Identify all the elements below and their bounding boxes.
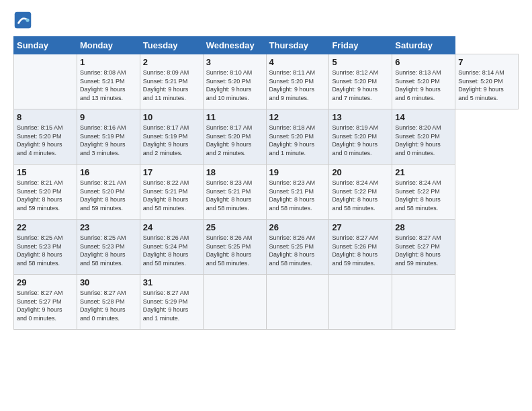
calendar-cell: 11Sunrise: 8:17 AM Sunset: 5:20 PM Dayli… [203, 109, 266, 165]
day-info: Sunrise: 8:17 AM Sunset: 5:19 PM Dayligh… [143, 124, 200, 157]
day-info: Sunrise: 8:14 AM Sunset: 5:20 PM Dayligh… [458, 68, 515, 102]
header-tuesday: Tuesday [140, 37, 203, 54]
calendar-cell: 25Sunrise: 8:26 AM Sunset: 5:25 PM Dayli… [203, 220, 266, 275]
calendar-cell: 28Sunrise: 8:27 AM Sunset: 5:27 PM Dayli… [392, 220, 455, 275]
calendar-cell: 7Sunrise: 8:14 AM Sunset: 5:20 PM Daylig… [455, 54, 519, 109]
day-info: Sunrise: 8:12 AM Sunset: 5:20 PM Dayligh… [332, 68, 389, 102]
calendar-cell: 31Sunrise: 8:27 AM Sunset: 5:29 PM Dayli… [140, 275, 203, 330]
day-info: Sunrise: 8:27 AM Sunset: 5:27 PM Dayligh… [395, 234, 452, 267]
calendar-cell: 16Sunrise: 8:21 AM Sunset: 5:20 PM Dayli… [77, 165, 140, 220]
day-info: Sunrise: 8:08 AM Sunset: 5:21 PM Dayligh… [80, 68, 137, 102]
calendar-cell: 1Sunrise: 8:08 AM Sunset: 5:21 PM Daylig… [77, 54, 140, 109]
header-monday: Monday [77, 37, 140, 54]
header-friday: Friday [329, 37, 392, 54]
calendar-cell: 22Sunrise: 8:25 AM Sunset: 5:23 PM Dayli… [14, 220, 77, 275]
calendar-week-row: 8Sunrise: 8:15 AM Sunset: 5:20 PM Daylig… [14, 109, 519, 165]
day-info: Sunrise: 8:18 AM Sunset: 5:20 PM Dayligh… [269, 124, 326, 157]
logo-icon [13, 11, 32, 30]
day-number: 28 [395, 222, 452, 232]
day-number: 19 [269, 167, 326, 177]
empty-cell [14, 54, 77, 109]
day-number: 21 [395, 167, 452, 177]
calendar-cell: 8Sunrise: 8:15 AM Sunset: 5:20 PM Daylig… [14, 109, 77, 165]
day-info: Sunrise: 8:27 AM Sunset: 5:29 PM Dayligh… [143, 289, 200, 322]
calendar-cell: 4Sunrise: 8:11 AM Sunset: 5:20 PM Daylig… [266, 54, 329, 109]
day-number: 9 [80, 112, 137, 122]
page-header [13, 11, 519, 30]
day-number: 4 [269, 57, 326, 67]
day-number: 30 [80, 277, 137, 287]
day-info: Sunrise: 8:10 AM Sunset: 5:20 PM Dayligh… [206, 68, 263, 102]
day-info: Sunrise: 8:19 AM Sunset: 5:20 PM Dayligh… [332, 124, 389, 157]
day-number: 3 [206, 57, 263, 67]
calendar-cell: 6Sunrise: 8:13 AM Sunset: 5:20 PM Daylig… [392, 54, 455, 109]
day-number: 2 [143, 57, 200, 67]
day-info: Sunrise: 8:23 AM Sunset: 5:21 PM Dayligh… [269, 179, 326, 212]
svg-point-1 [26, 18, 29, 21]
day-info: Sunrise: 8:20 AM Sunset: 5:20 PM Dayligh… [395, 124, 452, 157]
day-info: Sunrise: 8:23 AM Sunset: 5:21 PM Dayligh… [206, 179, 263, 212]
calendar-cell: 24Sunrise: 8:26 AM Sunset: 5:24 PM Dayli… [140, 220, 203, 275]
day-number: 23 [80, 222, 137, 232]
calendar-cell: 20Sunrise: 8:24 AM Sunset: 5:22 PM Dayli… [329, 165, 392, 220]
day-number: 24 [143, 222, 200, 232]
day-number: 5 [332, 57, 389, 67]
calendar-cell: 19Sunrise: 8:23 AM Sunset: 5:21 PM Dayli… [266, 165, 329, 220]
calendar-cell: 2Sunrise: 8:09 AM Sunset: 5:21 PM Daylig… [140, 54, 203, 109]
calendar-cell [392, 275, 455, 330]
day-info: Sunrise: 8:13 AM Sunset: 5:20 PM Dayligh… [395, 68, 452, 102]
calendar-cell: 17Sunrise: 8:22 AM Sunset: 5:21 PM Dayli… [140, 165, 203, 220]
calendar-cell: 14Sunrise: 8:20 AM Sunset: 5:20 PM Dayli… [392, 109, 455, 165]
day-info: Sunrise: 8:27 AM Sunset: 5:27 PM Dayligh… [17, 289, 74, 322]
day-info: Sunrise: 8:27 AM Sunset: 5:28 PM Dayligh… [80, 289, 137, 322]
calendar-cell: 18Sunrise: 8:23 AM Sunset: 5:21 PM Dayli… [203, 165, 266, 220]
day-info: Sunrise: 8:16 AM Sunset: 5:19 PM Dayligh… [80, 124, 137, 157]
day-number: 17 [143, 167, 200, 177]
day-info: Sunrise: 8:17 AM Sunset: 5:20 PM Dayligh… [206, 124, 263, 157]
calendar-cell: 21Sunrise: 8:24 AM Sunset: 5:22 PM Dayli… [392, 165, 455, 220]
day-number: 26 [269, 222, 326, 232]
calendar-cell: 15Sunrise: 8:21 AM Sunset: 5:20 PM Dayli… [14, 165, 77, 220]
day-info: Sunrise: 8:26 AM Sunset: 5:25 PM Dayligh… [206, 234, 263, 267]
calendar-week-row: 29Sunrise: 8:27 AM Sunset: 5:27 PM Dayli… [14, 275, 519, 330]
header-thursday: Thursday [266, 37, 329, 54]
day-number: 1 [80, 57, 137, 67]
day-info: Sunrise: 8:21 AM Sunset: 5:20 PM Dayligh… [17, 179, 74, 212]
day-info: Sunrise: 8:22 AM Sunset: 5:21 PM Dayligh… [143, 179, 200, 212]
logo [13, 11, 35, 30]
day-number: 22 [17, 222, 74, 232]
calendar-table: SundayMondayTuesdayWednesdayThursdayFrid… [13, 36, 519, 330]
day-number: 29 [17, 277, 74, 287]
day-number: 7 [458, 57, 515, 67]
day-number: 20 [332, 167, 389, 177]
calendar-cell: 23Sunrise: 8:25 AM Sunset: 5:23 PM Dayli… [77, 220, 140, 275]
calendar-cell: 12Sunrise: 8:18 AM Sunset: 5:20 PM Dayli… [266, 109, 329, 165]
day-number: 11 [206, 112, 263, 122]
calendar-week-row: 1Sunrise: 8:08 AM Sunset: 5:21 PM Daylig… [14, 54, 519, 109]
calendar-cell: 27Sunrise: 8:27 AM Sunset: 5:26 PM Dayli… [329, 220, 392, 275]
day-number: 14 [395, 112, 452, 122]
day-info: Sunrise: 8:21 AM Sunset: 5:20 PM Dayligh… [80, 179, 137, 212]
day-number: 13 [332, 112, 389, 122]
calendar-cell: 26Sunrise: 8:26 AM Sunset: 5:25 PM Dayli… [266, 220, 329, 275]
calendar-cell: 30Sunrise: 8:27 AM Sunset: 5:28 PM Dayli… [77, 275, 140, 330]
header-wednesday: Wednesday [203, 37, 266, 54]
day-number: 31 [143, 277, 200, 287]
day-info: Sunrise: 8:27 AM Sunset: 5:26 PM Dayligh… [332, 234, 389, 267]
day-number: 25 [206, 222, 263, 232]
day-number: 6 [395, 57, 452, 67]
calendar-cell [266, 275, 329, 330]
calendar-week-row: 22Sunrise: 8:25 AM Sunset: 5:23 PM Dayli… [14, 220, 519, 275]
calendar-cell: 29Sunrise: 8:27 AM Sunset: 5:27 PM Dayli… [14, 275, 77, 330]
calendar-cell: 13Sunrise: 8:19 AM Sunset: 5:20 PM Dayli… [329, 109, 392, 165]
calendar-cell: 5Sunrise: 8:12 AM Sunset: 5:20 PM Daylig… [329, 54, 392, 109]
day-number: 10 [143, 112, 200, 122]
day-number: 12 [269, 112, 326, 122]
calendar-cell: 9Sunrise: 8:16 AM Sunset: 5:19 PM Daylig… [77, 109, 140, 165]
day-number: 18 [206, 167, 263, 177]
day-number: 15 [17, 167, 74, 177]
header-saturday: Saturday [392, 37, 455, 54]
day-info: Sunrise: 8:11 AM Sunset: 5:20 PM Dayligh… [269, 68, 326, 102]
day-info: Sunrise: 8:09 AM Sunset: 5:21 PM Dayligh… [143, 68, 200, 102]
day-info: Sunrise: 8:26 AM Sunset: 5:24 PM Dayligh… [143, 234, 200, 267]
